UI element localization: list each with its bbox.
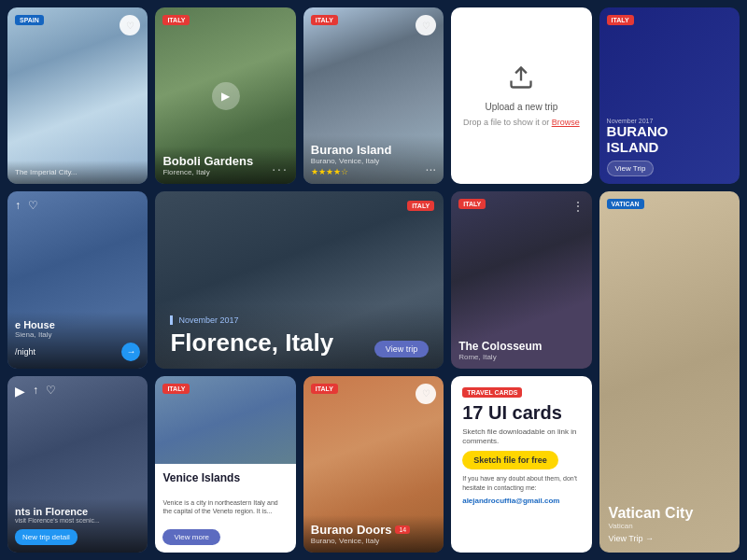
apartments-card: ▶ ↑ ♡ nts in Florence visit Florence's m…: [7, 376, 148, 553]
spain-badge: Spain: [15, 15, 44, 25]
apartments-play-icon[interactable]: ▶: [15, 384, 25, 399]
house-title: e House: [15, 319, 140, 330]
venice-desc: Venice is a city in northeastern Italy a…: [162, 498, 288, 515]
spain-overlay: The Imperial City...: [7, 161, 148, 184]
boboli-title: Boboli Gardens: [162, 154, 288, 168]
florence-title: Florence, Italy: [170, 329, 333, 357]
apartments-subtitle: visit Florence's most scenic...: [15, 517, 140, 524]
house-arrow-button[interactable]: →: [121, 343, 140, 361]
burano-doors-count: 14: [395, 525, 410, 534]
apartments-trip-detail-button[interactable]: New trip detail: [15, 529, 78, 545]
burano-top-stars: ★★★★☆: [311, 167, 436, 176]
vatican-card: Vatican Vatican City Vatican View Trip →: [599, 191, 740, 553]
house-card: ↑ ♡ e House Siena, Italy /night →: [7, 191, 148, 368]
upload-icon: [508, 64, 534, 96]
house-price: /night: [15, 347, 35, 357]
ui-cards-tag: Travel Cards: [462, 387, 522, 398]
house-upload-icon[interactable]: ↑: [15, 199, 21, 212]
burano-dark-card: Italy November 2017 BURANOISLAND View Tr…: [599, 7, 740, 184]
apartments-title: nts in Florence: [15, 506, 140, 517]
browse-link[interactable]: Browse: [552, 118, 580, 127]
florence-date: November 2017: [170, 315, 429, 325]
colosseum-subtitle: Rome, Italy: [458, 353, 584, 361]
burano-top-dots[interactable]: ···: [426, 161, 437, 176]
burano-dark-view-trip[interactable]: View Trip: [607, 161, 655, 176]
upload-subtext: Drop a file to show it or Browse: [463, 118, 580, 127]
apartments-upload-icon[interactable]: ↑: [33, 384, 38, 399]
spain-subtitle: The Imperial City...: [15, 168, 140, 176]
burano-top-card: Italy ♡ Burano Island Burano, Venice, It…: [303, 7, 444, 184]
burano-doors-badge: Italy: [311, 384, 338, 394]
ui-cards-email[interactable]: alejandrocuffia@gmail.com: [462, 497, 580, 505]
boboli-dots[interactable]: ···: [272, 161, 289, 176]
florence-view-trip-button[interactable]: View trip: [374, 341, 429, 357]
burano-dark-badge: Italy: [607, 15, 634, 25]
venice-card: Italy Venice Islands Venice is a city in…: [155, 376, 295, 553]
ui-cards-card: Travel Cards 17 UI cards Sketch file dow…: [451, 376, 591, 553]
venice-view-more-button[interactable]: View more: [162, 529, 220, 545]
colosseum-badge: Italy: [458, 199, 486, 209]
boboli-play-button[interactable]: ▶: [212, 82, 240, 110]
ui-cards-contact-desc: If you have any doubt about them, don't …: [462, 474, 580, 491]
boboli-subtitle: Florence, Italy: [162, 168, 288, 176]
sketch-file-button[interactable]: Sketch file for free: [462, 451, 558, 469]
vatican-view-trip-link[interactable]: View Trip →: [609, 534, 730, 543]
venice-badge: Italy: [162, 384, 190, 394]
vatican-subtitle: Vatican: [609, 522, 730, 530]
colosseum-card: Italy ⋮ The Colosseum Rome, Italy: [451, 191, 591, 368]
burano-top-subtitle: Burano, Venice, Italy: [311, 157, 436, 165]
boboli-badge: Italy: [162, 15, 190, 25]
florence-badge: Italy: [407, 201, 434, 211]
burano-doors-subtitle: Burano, Venice, Italy: [311, 537, 436, 545]
burano-doors-card: Italy ♡ Burano Doors 14 Burano, Venice, …: [303, 376, 444, 553]
boboli-card: Italy ▶ Boboli Gardens Florence, Italy ·…: [155, 7, 295, 184]
burano-dark-title: BURANOISLAND: [607, 124, 732, 155]
florence-card: Italy November 2017 Florence, Italy View…: [155, 191, 444, 368]
burano-top-title: Burano Island: [311, 143, 436, 157]
burano-top-badge: Italy: [311, 15, 338, 25]
colosseum-dots[interactable]: ⋮: [571, 199, 585, 214]
upload-card: Upload a new trip Drop a file to show it…: [451, 7, 591, 184]
ui-cards-desc: Sketch file downloadable on link in comm…: [462, 427, 580, 447]
vatican-title: Vatican City: [609, 505, 730, 522]
house-heart-icon[interactable]: ♡: [28, 199, 38, 212]
ui-cards-title: 17 UI cards: [462, 402, 580, 423]
spain-card: Spain ♡ The Imperial City...: [7, 7, 148, 184]
vatican-badge: Vatican: [607, 199, 644, 209]
burano-doors-title: Burano Doors: [311, 523, 392, 537]
apartments-heart-icon[interactable]: ♡: [46, 384, 56, 399]
burano-doors-heart-button[interactable]: ♡: [416, 384, 436, 404]
venice-title: Venice Islands: [162, 471, 288, 484]
upload-text: Upload a new trip: [485, 102, 557, 112]
house-subtitle: Siena, Italy: [15, 330, 140, 339]
colosseum-title: The Colosseum: [458, 340, 584, 353]
